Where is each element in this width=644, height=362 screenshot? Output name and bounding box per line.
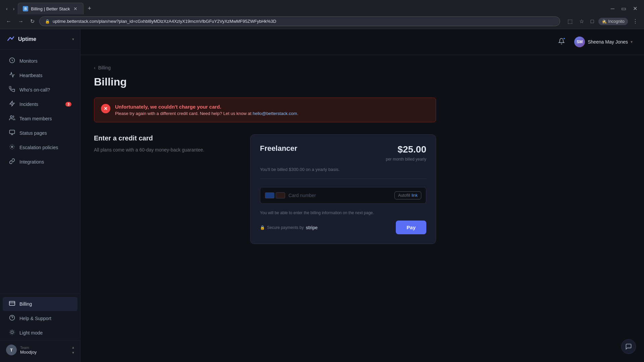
sidebar-item-label: Heartbeats (19, 73, 42, 78)
profile-icon[interactable]: □ (589, 17, 596, 26)
alert-error-icon: ✕ (101, 104, 110, 113)
sidebar-item-billing[interactable]: Billing (3, 297, 77, 311)
nav-refresh-button[interactable]: ↻ (28, 17, 37, 26)
active-tab[interactable]: B Billing | Better Stack ✕ (18, 3, 84, 14)
support-email-link[interactable]: hello@betterstack.com (253, 111, 297, 116)
money-back-description: All plans come with a 60-day money-back … (94, 146, 237, 154)
sidebar-item-team-members[interactable]: Team members (3, 112, 77, 126)
incognito-badge: 🕵 Incognito (598, 18, 628, 25)
lock-icon: 🔒 (260, 225, 265, 230)
tab-title: Billing | Better Stack (31, 6, 70, 11)
team-members-icon (9, 115, 15, 122)
sidebar-bottom: Billing Help & Support Light mode T Team… (0, 294, 80, 362)
enter-credit-card-heading: Enter a credit card (94, 134, 237, 142)
team-expand-icon: ▴ ▾ (72, 345, 74, 355)
plan-price: $25.00 (397, 144, 426, 155)
sidebar-item-light-mode[interactable]: Light mode (3, 326, 77, 340)
sidebar-item-whos-on-call[interactable]: Who's on-call? (3, 83, 77, 97)
sidebar-item-status-pages[interactable]: Status pages (3, 126, 77, 140)
sidebar-item-help-support[interactable]: Help & Support (3, 311, 77, 325)
minimize-button[interactable]: ─ (608, 5, 617, 12)
breadcrumb-link[interactable]: Billing (98, 65, 111, 70)
sidebar-item-label: Billing (19, 301, 32, 307)
tab-forward-btn[interactable]: › (11, 5, 17, 13)
url-text: uptime.betterstack.com/plan/new?plan_id=… (53, 19, 276, 24)
whos-on-call-icon (9, 86, 15, 94)
svg-point-6 (11, 146, 13, 148)
notifications-button[interactable] (556, 36, 567, 48)
topbar-actions: SM Sheena May Jones ▾ (556, 35, 636, 49)
sidebar-collapse-icon[interactable]: ▾ (72, 37, 74, 42)
plan-header: Freelancer $25.00 (260, 144, 426, 155)
breadcrumb: ‹ Billing (94, 65, 436, 70)
svg-point-2 (10, 116, 12, 118)
sidebar-item-monitors[interactable]: Monitors (3, 54, 77, 68)
sidebar-item-label: Integrations (19, 159, 44, 165)
sidebar-item-label: Incidents (19, 102, 38, 107)
tab-favicon: B (23, 6, 28, 11)
svg-line-14 (10, 330, 10, 330)
billed-description: You'll be billed $300.00 on a yearly bas… (260, 167, 426, 179)
monitors-icon (9, 57, 15, 65)
autofill-button[interactable]: Autofill link (394, 191, 421, 199)
nav-back-button[interactable]: ← (4, 17, 13, 26)
tab-back-btn[interactable]: ‹ (4, 5, 10, 13)
user-menu-button[interactable]: SM Sheena May Jones ▾ (571, 35, 636, 49)
breadcrumb-back-icon: ‹ (94, 65, 96, 70)
sidebar-nav: Monitors Heartbeats Who's on-call? Incid… (0, 50, 80, 294)
page-title: Billing (94, 76, 436, 88)
user-name: Sheena May Jones (588, 39, 628, 45)
card-brand-icons (265, 192, 285, 198)
sidebar-item-heartbeats[interactable]: Heartbeats (3, 68, 77, 82)
more-options-icon[interactable]: ⋮ (631, 17, 640, 26)
card-number-placeholder: Card number (288, 193, 394, 198)
new-tab-button[interactable]: + (85, 4, 94, 13)
mc-icon (276, 192, 285, 198)
svg-rect-3 (10, 130, 15, 134)
stripe-brand: stripe (306, 225, 317, 230)
alert-error-description: Please try again with a different credit… (115, 111, 298, 116)
billing-grid: Enter a credit card All plans come with … (94, 134, 436, 244)
svg-marker-1 (10, 101, 14, 106)
card-input-row: Card number Autofill link (260, 187, 426, 204)
address-bar[interactable]: 🔒 uptime.betterstack.com/plan/new?plan_i… (39, 16, 560, 26)
sidebar-header[interactable]: Uptime ▾ (0, 29, 80, 50)
sidebar-item-integrations[interactable]: Integrations (3, 155, 77, 169)
sidebar-item-label: Who's on-call? (19, 87, 50, 93)
sidebar-item-label: Monitors (19, 58, 38, 64)
secure-payments-row: 🔒 Secure payments by stripe Pay (260, 221, 426, 234)
logo-text: Uptime (18, 36, 36, 42)
svg-rect-7 (9, 301, 15, 305)
nav-forward-button[interactable]: → (16, 17, 25, 26)
close-button[interactable]: ✕ (630, 5, 640, 12)
sidebar: Uptime ▾ Monitors Heartbeats W (0, 29, 80, 362)
page-content: ‹ Billing Billing ✕ Unfortunately, we co… (80, 55, 449, 254)
billing-icon (9, 300, 15, 308)
team-section[interactable]: T Team Moodjoy ▴ ▾ (0, 340, 80, 359)
team-info: Team Moodjoy (20, 346, 69, 355)
chat-fab-button[interactable] (621, 339, 636, 354)
svg-line-18 (10, 334, 10, 334)
maximize-button[interactable]: ▭ (619, 5, 629, 12)
alert-error-content: Unfortunately, we couldn't charge your c… (115, 104, 298, 116)
cast-icon[interactable]: ⬚ (566, 17, 575, 26)
autofill-link: link (412, 193, 418, 198)
sidebar-item-label: Light mode (19, 330, 43, 336)
pay-button[interactable]: Pay (396, 221, 426, 234)
sidebar-item-incidents[interactable]: Incidents 3 (3, 97, 77, 111)
payment-card: Freelancer $25.00 per month billed yearl… (250, 134, 436, 244)
bookmark-icon[interactable]: ☆ (577, 17, 586, 26)
sidebar-item-label: Escalation policies (19, 145, 58, 150)
incidents-icon (9, 101, 15, 108)
sidebar-item-escalation-policies[interactable]: Escalation policies (3, 140, 77, 155)
secure-payments-label: 🔒 Secure payments by stripe (260, 225, 318, 230)
main-content: SM Sheena May Jones ▾ ‹ Billing Billing … (80, 29, 644, 362)
team-avatar: T (6, 345, 17, 355)
alert-error-title: Unfortunately, we couldn't charge your c… (115, 104, 298, 110)
topbar: SM Sheena May Jones ▾ (80, 29, 644, 55)
status-pages-icon (9, 129, 15, 137)
tab-close-button[interactable]: ✕ (72, 6, 78, 12)
app-container: Uptime ▾ Monitors Heartbeats W (0, 29, 644, 362)
sidebar-item-label: Help & Support (19, 316, 51, 321)
svg-point-11 (11, 331, 13, 334)
